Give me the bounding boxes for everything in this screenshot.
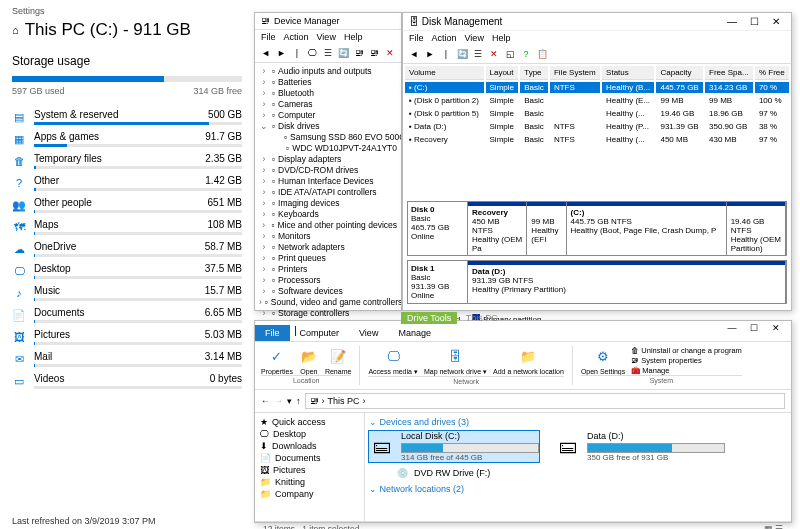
expand-icon[interactable]: ›	[259, 308, 269, 318]
devmgr-tree-item[interactable]: ⌄ ▫ Disk drives	[259, 120, 397, 131]
diskmgmt-col-header[interactable]: Status	[602, 66, 654, 80]
fwd-icon[interactable]: ►	[275, 46, 289, 60]
storage-category-layers[interactable]: ▤ System & reserved500 GB	[12, 106, 242, 128]
maximize-icon[interactable]: ☐	[745, 16, 763, 27]
devmgr-tree-item[interactable]: › ▫ Imaging devices	[259, 197, 397, 208]
diskmgmt-col-header[interactable]: Free Spa...	[705, 66, 753, 80]
expand-icon[interactable]: ›	[259, 198, 269, 208]
delete-icon[interactable]: ✕	[384, 46, 398, 60]
diskmgmt-col-header[interactable]: Volume	[405, 66, 484, 80]
devmgr-tree-item[interactable]: › ▫ Human Interface Devices	[259, 175, 397, 186]
expand-icon[interactable]: ›	[259, 88, 269, 98]
address-bar[interactable]: 🖳 › This PC ›	[305, 393, 786, 409]
storage-category-qmark[interactable]: ? Other1.42 GB	[12, 172, 242, 194]
devmgr-tree-item[interactable]: › ▫ Software devices	[259, 285, 397, 296]
expand-icon[interactable]: ›	[259, 77, 269, 87]
diskmgmt-disk[interactable]: Disk 1Basic931.39 GBOnline Data (D:)931.…	[407, 260, 787, 304]
diskmgmt-volume-row[interactable]: ▪ (C:)SimpleBasicNTFSHealthy (B...445.75…	[405, 82, 789, 93]
storage-category-desktop[interactable]: 🖵 Desktop37.5 MB	[12, 260, 242, 282]
devmgr-tree-item[interactable]: › ▫ Network adapters	[259, 241, 397, 252]
expand-icon[interactable]: ›	[259, 286, 269, 296]
minimize-icon[interactable]: —	[723, 16, 741, 27]
devmgr-tree-item[interactable]: › ▫ Display adapters	[259, 153, 397, 164]
devmgr-tree-item[interactable]: › ▫ Mice and other pointing devices	[259, 219, 397, 230]
storage-category-mail[interactable]: ✉ Mail3.14 MB	[12, 348, 242, 370]
devmgr-menu-file[interactable]: File	[261, 32, 276, 42]
devmgr-menu-help[interactable]: Help	[344, 32, 363, 42]
nav-item-documents[interactable]: 📄Documents	[258, 452, 361, 464]
devmgr-tree-item[interactable]: › ▫ IDE ATA/ATAPI controllers	[259, 186, 397, 197]
close-icon[interactable]: ✕	[767, 16, 785, 27]
devices-section-header[interactable]: ⌄ Devices and drives (3)	[369, 417, 787, 427]
devmgr-tree-item[interactable]: › ▫ DVD/CD-ROM drives	[259, 164, 397, 175]
access-media-button[interactable]: 🖵Access media ▾	[368, 346, 418, 376]
view-mode-tiles-icon[interactable]: ▦ ☰	[764, 524, 783, 529]
delete-icon[interactable]: ✕	[487, 47, 501, 61]
nav-item-company[interactable]: 📁Company	[258, 488, 361, 500]
diskmgmt-tool-icon[interactable]: ☰	[471, 47, 485, 61]
diskmgmt-disk[interactable]: Disk 0Basic465.75 GBOnline Recovery450 M…	[407, 201, 787, 256]
devmgr-tool-icon[interactable]: ☰	[321, 46, 335, 60]
expand-icon[interactable]: ›	[259, 231, 269, 241]
devmgr-tree-item[interactable]: ▫ WDC WD10JPVT-24A1YT0	[259, 142, 397, 153]
devmgr-tree-item[interactable]: › ▫ Processors	[259, 274, 397, 285]
explorer-tab-computer[interactable]: Computer	[290, 325, 350, 341]
devmgr-tree-item[interactable]: › ▫ Keyboards	[259, 208, 397, 219]
drive-item[interactable]: 🖴 Data (D:) 350 GB free of 931 GB	[555, 431, 725, 462]
devmgr-tree-item[interactable]: › ▫ Computer	[259, 109, 397, 120]
nav-item-knitting[interactable]: 📁Knitting	[258, 476, 361, 488]
expand-icon[interactable]: ›	[259, 176, 269, 186]
diskmgmt-col-header[interactable]: Layout	[486, 66, 519, 80]
help-icon[interactable]: ?	[519, 47, 533, 61]
diskmgmt-volume-row[interactable]: ▪ RecoverySimpleBasicNTFSHealthy (...450…	[405, 134, 789, 145]
devmgr-tree-item[interactable]: › ▫ Bluetooth	[259, 87, 397, 98]
storage-category-doc[interactable]: 📄 Documents6.65 MB	[12, 304, 242, 326]
expand-icon[interactable]: ›	[259, 99, 269, 109]
refresh-icon[interactable]: 🔄	[337, 46, 351, 60]
map-drive-button[interactable]: 🗄Map network drive ▾	[424, 346, 487, 376]
storage-category-video[interactable]: ▭ Videos0 bytes	[12, 370, 242, 392]
fwd-icon[interactable]: ►	[423, 47, 437, 61]
home-icon[interactable]: ⌂	[12, 24, 19, 36]
diskmgmt-volume-row[interactable]: ▪ (Disk 0 partition 5)SimpleBasicHealthy…	[405, 108, 789, 119]
storage-category-grid[interactable]: ▦ Apps & games91.7 GB	[12, 128, 242, 150]
close-icon[interactable]: ✕	[767, 323, 785, 333]
open-settings-button[interactable]: ⚙Open Settings	[581, 346, 625, 375]
expand-icon[interactable]: ›	[259, 66, 269, 76]
uninstall-button[interactable]: 🗑 Uninstall or change a program	[631, 346, 742, 355]
diskmgmt-col-header[interactable]: Type	[520, 66, 548, 80]
nav-item-desktop[interactable]: 🖵Desktop	[258, 428, 361, 440]
diskmgmt-partition[interactable]: Recovery450 MB NTFSHealthy (OEM Pa	[468, 202, 527, 255]
diskmgmt-menu-view[interactable]: View	[465, 33, 484, 43]
expand-icon[interactable]: ›	[259, 242, 269, 252]
diskmgmt-menu-help[interactable]: Help	[492, 33, 511, 43]
expand-icon[interactable]: ›	[259, 253, 269, 263]
add-location-button[interactable]: 📁Add a network location	[493, 346, 564, 376]
devmgr-titlebar[interactable]: 🖳 Device Manager	[255, 13, 401, 30]
diskmgmt-col-header[interactable]: % Free	[755, 66, 789, 80]
system-properties-button[interactable]: 🖳 System properties	[631, 356, 742, 365]
diskmgmt-partition[interactable]: (C:)445.75 GB NTFSHealthy (Boot, Page Fi…	[567, 202, 727, 255]
diskmgmt-menu-file[interactable]: File	[409, 33, 424, 43]
diskmgmt-partition[interactable]: Data (D:)931.39 GB NTFSHealthy (Primary …	[468, 261, 786, 303]
expand-icon[interactable]: ›	[259, 220, 268, 230]
devmgr-tool-icon[interactable]: 🖳	[352, 46, 366, 60]
storage-category-cloud[interactable]: ☁ OneDrive58.7 MB	[12, 238, 242, 260]
rename-button[interactable]: 📝Rename	[325, 346, 351, 375]
explorer-tab-view[interactable]: View	[349, 325, 388, 341]
diskmgmt-col-header[interactable]: File System	[550, 66, 600, 80]
nav-recent-icon[interactable]: ▾	[287, 396, 292, 406]
nav-item-pictures[interactable]: 🖼Pictures	[258, 464, 361, 476]
devmgr-tree-item[interactable]: › ▫ Monitors	[259, 230, 397, 241]
network-section-header[interactable]: ⌄ Network locations (2)	[369, 484, 787, 494]
expand-icon[interactable]: ›	[259, 297, 262, 307]
open-button[interactable]: 📂Open	[299, 346, 319, 375]
expand-icon[interactable]: ›	[259, 110, 269, 120]
properties-button[interactable]: ✓Properties	[261, 346, 293, 375]
nav-fwd-icon[interactable]: →	[274, 396, 283, 406]
devmgr-menu-view[interactable]: View	[317, 32, 336, 42]
diskmgmt-partition[interactable]: 99 MBHealthy (EFI	[527, 202, 566, 255]
nav-item-quick-access[interactable]: ★Quick access	[258, 416, 361, 428]
expand-icon[interactable]: ›	[259, 187, 269, 197]
expand-icon[interactable]: ⌄	[259, 121, 269, 131]
